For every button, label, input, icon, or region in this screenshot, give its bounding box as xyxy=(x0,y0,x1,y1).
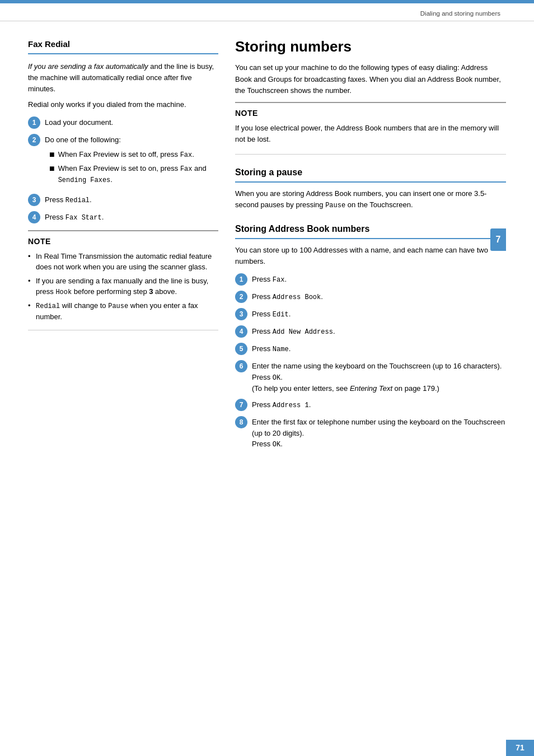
ab-step-6-text: Enter the name using the keyboard on the… xyxy=(252,360,506,394)
sub-steps: ■ When Fax Preview is set to off, press … xyxy=(49,149,218,185)
note-text-right: If you lose electrical power, the Addres… xyxy=(235,123,506,145)
page-header: Dialing and storing numbers xyxy=(0,3,534,21)
fax-redial-steps: 1 Load your document. 2 Do one of the fo… xyxy=(28,116,218,223)
note-item-1: In Real Time Transmission the automatic … xyxy=(28,251,218,273)
ab-step-1: 1 Press Fax. xyxy=(235,273,506,286)
redial-code-note: Redial xyxy=(36,302,60,310)
ab-step-2: 2 Press Address Book. xyxy=(235,290,506,303)
fax-redial-title: Fax Redial xyxy=(28,38,218,54)
address-book-steps: 1 Press Fax. 2 Press Address Book. 3 Pre… xyxy=(235,273,506,450)
address-1-code: Address 1 xyxy=(273,402,309,409)
fax-code-2: Fax xyxy=(180,165,193,173)
ab-step-6: 6 Enter the name using the keyboard on t… xyxy=(235,360,506,394)
storing-address-book-intro: You can store up to 100 Addresses with a… xyxy=(235,245,506,267)
ab-step-6-circle: 6 xyxy=(235,360,247,372)
hook-code: Hook xyxy=(55,288,72,296)
sub-bullet-2: ■ xyxy=(49,163,55,174)
sub-step-2: ■ When Fax Preview is set to on, press F… xyxy=(49,163,218,185)
sending-faxes-code: Sending Faxes xyxy=(58,176,111,184)
tab-marker-7: 7 xyxy=(490,228,506,251)
ab-step-3-circle: 3 xyxy=(235,308,247,320)
ok-code-2: OK xyxy=(273,441,280,449)
step-2: 2 Do one of the following: ■ When Fax Pr… xyxy=(28,133,218,189)
step-2-text: Do one of the following: ■ When Fax Prev… xyxy=(45,133,218,189)
pause-code: Pause xyxy=(325,202,345,209)
breadcrumb: Dialing and storing numbers xyxy=(420,10,500,17)
ab-step-7: 7 Press Address 1. xyxy=(235,398,506,411)
ab-step-1-circle: 1 xyxy=(235,273,247,286)
ab-step-5: 5 Press Name. xyxy=(235,342,506,355)
step-4-text: Press Fax Start. xyxy=(45,211,104,223)
ab-step-8-circle: 8 xyxy=(235,416,247,428)
ab-step-8: 8 Enter the first fax or telephone numbe… xyxy=(235,416,506,450)
step-1-circle: 1 xyxy=(28,116,40,129)
fax-redial-intro: If you are sending a fax automatically a… xyxy=(28,61,218,95)
note-box-left: NOTE In Real Time Transmission the autom… xyxy=(28,230,218,330)
address-book-code: Address Book xyxy=(273,293,321,301)
ab-step-8-text: Enter the first fax or telephone number … xyxy=(252,416,506,450)
note-title-right: NOTE xyxy=(235,108,506,119)
storing-numbers-intro: You can set up your machine to do the fo… xyxy=(235,62,506,96)
left-column: Fax Redial If you are sending a fax auto… xyxy=(28,38,218,455)
step-1: 1 Load your document. xyxy=(28,116,218,129)
sub-step-1-text: When Fax Preview is set to off, press Fa… xyxy=(58,149,194,160)
storing-numbers-title: Storing numbers xyxy=(235,38,506,55)
ab-step-5-text: Press Name. xyxy=(252,342,291,354)
fax-start-code: Fax Start xyxy=(65,214,102,222)
storing-pause-title: Storing a pause xyxy=(235,166,506,183)
name-code: Name xyxy=(273,346,289,353)
edit-code: Edit xyxy=(273,311,289,319)
fax-code-1: Fax xyxy=(180,151,193,159)
pause-code-note: Pause xyxy=(108,302,128,310)
step-3-circle: 3 xyxy=(28,194,40,206)
redial-note: Redial only works if you dialed from the… xyxy=(28,99,218,110)
ok-code-1: OK xyxy=(273,374,280,382)
ab-step-4: 4 Press Add New Address. xyxy=(235,325,506,338)
right-column: Storing numbers You can set up your mach… xyxy=(235,38,506,455)
fax-code-ab1: Fax xyxy=(273,276,285,284)
sub-step-2-text: When Fax Preview is set to on, press Fax… xyxy=(58,163,218,185)
ab-step-4-circle: 4 xyxy=(235,325,247,338)
note-item-2: If you are sending a fax manually and th… xyxy=(28,276,218,298)
note-title-left: NOTE xyxy=(28,236,218,248)
step-1-text: Load your document. xyxy=(45,116,113,128)
ab-step-2-circle: 2 xyxy=(235,291,247,303)
storing-pause-text: When you are storing Address Book number… xyxy=(235,188,506,211)
ab-step-2-text: Press Address Book. xyxy=(252,290,323,302)
step-4-circle: 4 xyxy=(28,211,40,223)
redial-code: Redial xyxy=(65,197,90,204)
ab-step-7-text: Press Address 1. xyxy=(252,398,311,410)
step-2-circle: 2 xyxy=(28,134,40,146)
fax-redial-intro-italic: If you are sending a fax automatically xyxy=(28,62,148,71)
entering-text-ref: Entering Text xyxy=(350,384,392,393)
step-3-text: Press Redial. xyxy=(45,193,92,206)
note-item-3: Redial will change to Pause when you ent… xyxy=(28,300,218,323)
ab-step-5-circle: 5 xyxy=(235,343,247,355)
ab-step-4-text: Press Add New Address. xyxy=(252,325,335,337)
step-4: 4 Press Fax Start. xyxy=(28,211,218,223)
add-new-address-code: Add New Address xyxy=(273,328,333,336)
note-box-right: NOTE If you lose electrical power, the A… xyxy=(235,102,506,155)
ab-step-3: 3 Press Edit. xyxy=(235,307,506,320)
page-number: 71 xyxy=(516,743,524,752)
ab-step-1-text: Press Fax. xyxy=(252,273,287,285)
step-3: 3 Press Redial. xyxy=(28,193,218,206)
sub-step-1: ■ When Fax Preview is set to off, press … xyxy=(49,149,218,160)
ab-step-7-circle: 7 xyxy=(235,399,247,411)
sub-bullet-1: ■ xyxy=(49,149,55,160)
page-number-box: 71 xyxy=(506,740,534,756)
storing-address-book-title: Storing Address Book numbers xyxy=(235,222,506,239)
note-list-left: In Real Time Transmission the automatic … xyxy=(28,251,218,323)
ab-step-3-text: Press Edit. xyxy=(252,307,291,320)
